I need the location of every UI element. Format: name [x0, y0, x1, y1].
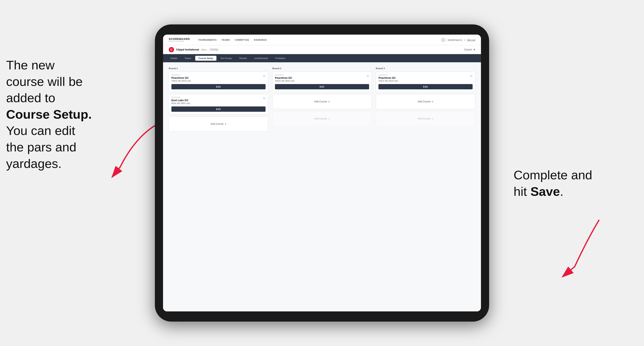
round-2-column: Round 2 ⊟ (Course A) Peachtree GC Yellow… — [272, 67, 372, 134]
cancel-button[interactable]: Cancel ✕ — [464, 48, 475, 51]
round2-course-a-delete-icon[interactable]: ⊟ — [366, 74, 370, 78]
round-1-label: Round 1 — [169, 67, 268, 70]
rounds-grid: Round 1 ⊟ (Course A) Peachtree GC Yellow… — [169, 67, 475, 134]
round1-course-a-tee: Yellow (M) (6629 yds) — [172, 80, 266, 82]
round3-course-a-card: ⊟ (Course A) Peachtree GC Yellow (M) (66… — [376, 72, 475, 92]
round1-course-a-delete-icon[interactable]: ⊟ — [262, 74, 266, 78]
round3-add-course-plus-icon-1: + — [432, 100, 434, 103]
round2-add-course-label-1: Add Course — [314, 100, 327, 103]
round1-course-b-badge: (Course B) — [172, 96, 266, 98]
sub-header: C Clippd Invitational (Men) Hosting Canc… — [163, 45, 481, 54]
round2-add-course-plus-icon-2: + — [328, 117, 330, 120]
round1-add-course-plus-icon: + — [225, 122, 226, 126]
tab-leaderboards[interactable]: Leaderboards — [251, 56, 271, 61]
round1-course-a-name: Peachtree GC — [172, 76, 266, 79]
round3-add-course-box-1[interactable]: Add Course + — [376, 94, 475, 109]
scoreboard-logo: SCOREBOARD Powered by clippd — [169, 38, 190, 42]
round1-add-course-box[interactable]: Add Course + — [169, 116, 268, 132]
round-2-label: Round 2 — [272, 67, 372, 70]
round2-add-course-box-2: Add Course + — [272, 111, 372, 126]
round3-course-a-edit-button[interactable]: Edit — [378, 84, 472, 89]
round1-course-b-edit-button[interactable]: Edit — [172, 106, 266, 112]
tournament-info: C Clippd Invitational (Men) Hosting — [169, 47, 219, 52]
round1-add-course-label: Add Course — [210, 123, 223, 125]
separator: | — [464, 39, 465, 41]
tab-details[interactable]: Details — [167, 56, 180, 61]
user-email: blair@clippd.io — [448, 39, 462, 41]
tournament-division: (Men) — [201, 48, 207, 51]
tab-printables[interactable]: Printables — [272, 56, 288, 61]
right-arrow — [542, 216, 603, 281]
tabs-bar: Details Teams Course Setup Tee Groups Re… — [163, 54, 481, 62]
round2-add-course-label-2: Add Course — [314, 117, 327, 120]
round1-course-b-card: ⊟ (Course B) East Lake GC Black (M) (689… — [169, 94, 268, 114]
right-annotation: Complete and hit Save. — [514, 167, 628, 200]
round2-add-course-box-1[interactable]: Add Course + — [272, 94, 372, 109]
avatar — [441, 38, 446, 42]
top-nav: SCOREBOARD Powered by clippd TOURNAMENTS… — [163, 35, 481, 45]
top-nav-links: TOURNAMENTS TEAMS COMMITTEE RANKINGS — [198, 39, 435, 41]
round3-add-course-box-2: Add Course + — [376, 111, 475, 126]
logo-sub: Powered by clippd — [169, 40, 190, 42]
round3-course-a-badge: (Course A) — [378, 74, 472, 76]
round1-course-b-tee: Black (M) (6891 yds) — [172, 102, 266, 104]
logo-title: SCOREBOARD — [169, 38, 190, 40]
tab-results[interactable]: Results — [236, 56, 250, 61]
sign-out-link[interactable]: Sign out — [467, 39, 475, 41]
round2-add-course-plus-icon-1: + — [328, 100, 330, 103]
round3-add-course-label-2: Add Course — [418, 117, 430, 120]
round2-course-a-card: ⊟ (Course A) Peachtree GC Yellow (M) (66… — [272, 72, 372, 92]
tournament-name: Clippd Invitational — [176, 48, 199, 51]
round2-course-a-badge: (Course A) — [275, 74, 369, 76]
tablet-screen: SCOREBOARD Powered by clippd TOURNAMENTS… — [163, 35, 481, 311]
round3-course-a-delete-icon[interactable]: ⊟ — [469, 74, 473, 78]
tab-teams[interactable]: Teams — [182, 56, 194, 61]
nav-rankings[interactable]: RANKINGS — [254, 39, 267, 41]
nav-teams[interactable]: TEAMS — [222, 39, 230, 41]
nav-committee[interactable]: COMMITTEE — [235, 39, 249, 41]
round1-course-a-card: ⊟ (Course A) Peachtree GC Yellow (M) (66… — [169, 72, 268, 92]
round1-course-a-edit-button[interactable]: Edit — [172, 84, 266, 89]
round3-add-course-label-1: Add Course — [418, 100, 430, 103]
hosting-badge: Hosting — [209, 48, 219, 51]
round-3-column: Round 3 ⊟ (Course A) Peachtree GC Yellow… — [376, 67, 475, 134]
round1-course-b-name: East Lake GC — [172, 99, 266, 102]
nav-tournaments[interactable]: TOURNAMENTS — [198, 39, 217, 41]
round3-course-a-tee: Yellow (M) (6629 yds) — [378, 80, 472, 82]
round-3-label: Round 3 — [376, 67, 475, 70]
round1-course-b-delete-icon[interactable]: ⊟ — [262, 96, 266, 100]
main-content: Round 1 ⊟ (Course A) Peachtree GC Yellow… — [163, 62, 481, 311]
round2-course-a-tee: Yellow (M) (6629 yds) — [275, 80, 369, 82]
round3-course-a-name: Peachtree GC — [378, 76, 472, 79]
tab-tee-groups[interactable]: Tee Groups — [217, 56, 236, 61]
round-1-column: Round 1 ⊟ (Course A) Peachtree GC Yellow… — [169, 67, 268, 134]
top-nav-right: blair@clippd.io | Sign out — [441, 38, 475, 42]
round2-course-a-name: Peachtree GC — [275, 76, 369, 79]
round1-course-a-badge: (Course A) — [172, 74, 266, 76]
left-arrow — [96, 118, 165, 183]
clippd-logo: C — [169, 47, 174, 52]
tablet-shell: SCOREBOARD Powered by clippd TOURNAMENTS… — [155, 24, 489, 322]
tab-course-setup[interactable]: Course Setup — [195, 56, 216, 61]
round2-course-a-edit-button[interactable]: Edit — [275, 84, 369, 89]
round3-add-course-plus-icon-2: + — [432, 117, 434, 120]
